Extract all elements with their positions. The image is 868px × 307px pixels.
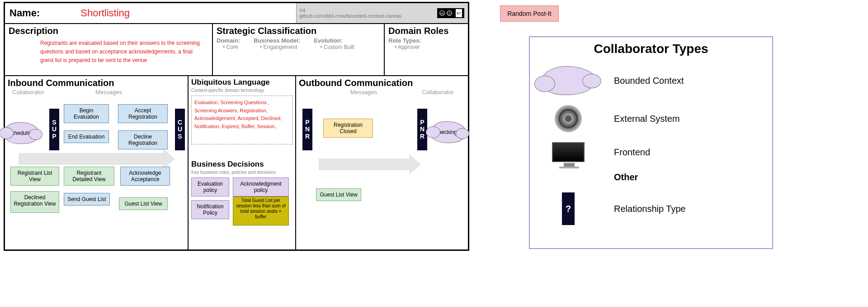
- cc-license-badge: cc ⓘ BY: [437, 8, 464, 18]
- name-value: Shortlisting: [44, 5, 130, 22]
- outbound-heading: Outbound Communication: [299, 78, 465, 88]
- cc-icon: cc: [439, 10, 445, 16]
- strategic-section: Strategic Classification Domain: • Core …: [213, 24, 385, 75]
- policy-notification: Notification Policy: [191, 200, 229, 219]
- model-value: • Engangement: [254, 44, 300, 50]
- outbound-messages-label: Messages: [350, 89, 377, 96]
- msg-end-evaluation: End Evaluation: [64, 130, 109, 143]
- legend-row-external-system: External System: [539, 105, 763, 132]
- msg-ack-acceptance: Acknowledge Acceptance: [120, 167, 170, 186]
- msg-declined-registration-view: Declined Registration View: [10, 191, 59, 213]
- role-approver: • Approver: [388, 44, 464, 50]
- description-text: Registrants are evaluated based on their…: [9, 37, 208, 65]
- relationship-icon: ?: [562, 192, 575, 225]
- policy-acknowledgment: Acknowledgment policy: [233, 177, 289, 197]
- evolution-value: • Custom Built: [314, 44, 354, 50]
- msg-send-guest-list: Send Guest List: [64, 193, 110, 206]
- legend-other: Other: [614, 172, 638, 182]
- mid-section: Ubiquitous Language Context-specific dom…: [188, 76, 296, 249]
- cloud-icon: [541, 66, 595, 95]
- cus-relation: CUS: [175, 109, 185, 150]
- msg-registrant-list-view: Registrant List View: [10, 167, 59, 186]
- legend-title: Collaborator Types: [539, 42, 763, 56]
- legend-bounded-context: Bounded Context: [614, 76, 684, 86]
- pnr-relation-left: PNR: [302, 109, 312, 150]
- version-label: V4: [299, 8, 401, 13]
- model-label: Business Model:: [254, 37, 300, 44]
- legend-external-system: External System: [614, 114, 680, 124]
- random-postit[interactable]: Random Post-It: [500, 5, 559, 22]
- name-label: Name:: [5, 5, 44, 22]
- legend-row-bounded-context: Bounded Context: [539, 66, 763, 95]
- top-row: Description Registrants are evaluated ba…: [5, 24, 468, 76]
- inbound-heading: Inbound Communication: [8, 78, 185, 88]
- business-sub: Key business rules, policies and decisio…: [191, 170, 292, 175]
- by-label: BY: [456, 9, 462, 17]
- inbound-arrow-icon: [19, 153, 163, 165]
- pnr-relation-right: PNR: [417, 109, 427, 150]
- msg-registrant-detailed-view: Registrant Detailed View: [64, 167, 114, 186]
- msg-outbound-guest-list-view: Guest List View: [316, 188, 361, 201]
- legend-row-relationship-type: ? Relationship Type: [539, 192, 763, 225]
- policy-evaluation: Evaluation policy: [191, 177, 229, 197]
- gear-icon: [555, 105, 582, 132]
- bounded-context-canvas: Name: Shortlisting V4 github.com/ddd-cre…: [4, 2, 469, 251]
- description-section: Description Registrants are evaluated ba…: [5, 24, 213, 75]
- collaborator-label: Collaborator: [12, 89, 44, 96]
- msg-begin-evaluation: Begin Evaluation: [64, 104, 109, 123]
- checkingin-cloud: CheckingIn: [430, 121, 466, 143]
- outbound-arrow-icon: [319, 158, 409, 170]
- person-icon: ⓘ: [447, 10, 452, 16]
- sup-relation: SUP: [49, 109, 59, 150]
- msg-guest-list-view: Guest List View: [119, 197, 168, 210]
- legend-row-other: Other: [539, 172, 763, 182]
- messages-label: Messages: [95, 89, 122, 96]
- msg-accept-registration: Accept Registration: [118, 104, 168, 123]
- outbound-section: Outbound Communication Messages Collabor…: [296, 76, 468, 249]
- legend-frontend: Frontend: [614, 147, 650, 158]
- description-heading: Description: [9, 26, 208, 36]
- ubiquitous-terms: Evaluation, Screening Questions , Screen…: [191, 96, 292, 144]
- collaborator-types-legend: Collaborator Types Bounded Context Exter…: [529, 36, 773, 249]
- domain-value: • Core: [217, 44, 240, 50]
- canvas-meta: V4 github.com/ddd-crew/bounded-context-c…: [296, 3, 468, 23]
- domain-label: Domain:: [217, 37, 240, 44]
- evolution-label: Evolution:: [314, 37, 354, 44]
- inbound-section: Inbound Communication Collaborator Messa…: [5, 76, 188, 249]
- legend-relationship-type: Relationship Type: [614, 204, 686, 214]
- role-types-label: Role Types:: [388, 37, 464, 44]
- ubiquitous-sub: Context-specific domain terminology: [191, 88, 292, 93]
- roles-heading: Domain Roles: [388, 26, 464, 36]
- legend-row-frontend: Frontend: [539, 142, 763, 162]
- name-row: Name: Shortlisting V4 github.com/ddd-cre…: [5, 3, 468, 24]
- business-rule: Total Guest List per session less than s…: [233, 197, 289, 225]
- monitor-icon: [552, 142, 585, 162]
- msg-decline-registration: Decline Registration: [118, 130, 168, 149]
- outbound-collaborator-label: Collaborator: [422, 89, 454, 96]
- business-heading: Business Decisions: [191, 160, 292, 169]
- main-area: Inbound Communication Collaborator Messa…: [5, 76, 468, 249]
- ubiquitous-heading: Ubiquitous Language: [191, 78, 292, 87]
- strategic-heading: Strategic Classification: [217, 26, 380, 36]
- msg-registration-closed: Registration Closed: [323, 119, 373, 138]
- scheduling-cloud: Scheduling: [3, 122, 39, 144]
- roles-section: Domain Roles Role Types: • Approver: [385, 24, 468, 75]
- repo-label: github.com/ddd-crew/bounded-context-canv…: [299, 13, 401, 19]
